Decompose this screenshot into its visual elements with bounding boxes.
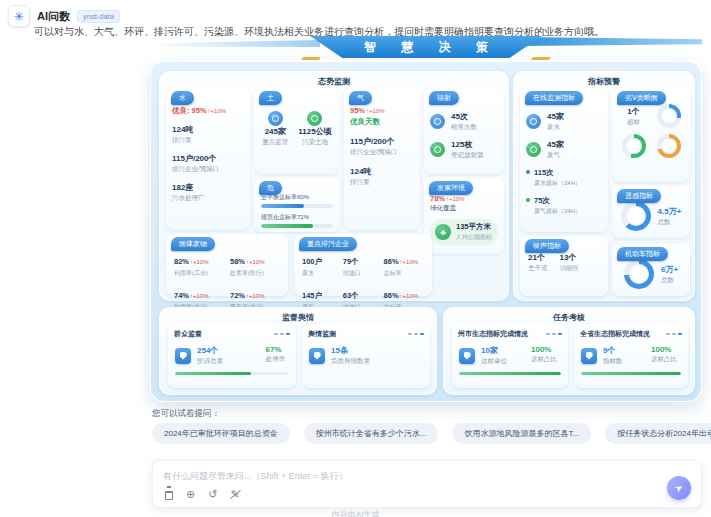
stat: 75次 废气超标（24H） [526, 196, 602, 216]
gauge-blue [657, 104, 681, 128]
card-city-indicators: 州市生态指标完成情况 10家 达标单位 100% 达标占比 [452, 324, 568, 388]
inspection-icon [430, 114, 445, 129]
history-icon[interactable]: ↺ [208, 489, 217, 500]
water-quality-value: 95% [192, 106, 207, 115]
park-area-chip: ♣ 135平方米 人均公园面积 [430, 219, 498, 245]
badge-noise: 噪声指标 [525, 239, 569, 253]
smart-decision-dashboard: 智 慧 决 策 态势监测 水 优良: 95%↑+10% 124吨 排污量 [150, 36, 710, 404]
wastewater-icon [526, 114, 541, 129]
badge-motor-vehicle: 机动车指标 [617, 247, 668, 261]
mini-card-title: 群众监督 [174, 329, 202, 339]
badge-env: 发展环境 [429, 181, 473, 195]
mini-card-controls [408, 333, 424, 335]
suggestion-chip[interactable]: 按任务状态分析2024年出动执... [605, 423, 711, 444]
clear-chat-icon[interactable] [165, 490, 173, 500]
water-quality-delta: ↑+10% [208, 108, 227, 114]
badge-online-monitoring: 在线监测指标 [525, 91, 583, 105]
green-coverage-label: 绿化覆盖 [430, 204, 498, 213]
panel-title: 监督舆情 [160, 312, 436, 323]
gauge-motor-vehicle [624, 259, 654, 289]
panel-title: 态势监测 [160, 76, 508, 87]
shield-icon [175, 348, 191, 364]
stat: 124吨 排污量 [350, 166, 414, 187]
stat: 125枚 登记放射源 [430, 139, 498, 160]
card-online-monitoring: 在线监测指标 45家 废水 45家 废气 [520, 88, 608, 232]
stat: 45家 废水 [526, 111, 602, 132]
gauge-remote-sensing [621, 201, 651, 231]
stat: 4.5万+ 总数 [658, 206, 682, 227]
card-inferior-v-sections: 劣Ⅴ类断面 1个 超标 [612, 88, 690, 182]
progress-bar [459, 372, 561, 375]
stat: 15条 负面舆情数量 [331, 345, 370, 366]
stat: 1个 超标 [627, 106, 640, 127]
mini-card-controls [274, 333, 290, 335]
mini-card-title: 舆情监测 [308, 329, 336, 339]
badge-air: 气 [349, 91, 372, 105]
banner-right-wing [522, 37, 702, 46]
panel-title: 指标预警 [514, 76, 694, 87]
card-soil: 土 245家 重点监管 1125公顷 污染土地 [254, 88, 340, 174]
hazard-bar: 规范化达标率72% [261, 213, 333, 228]
badge-soil: 土 [259, 91, 282, 105]
badge-radiation: 辐射 [429, 91, 459, 105]
green-coverage-line: 78%↑+10% [430, 194, 498, 203]
stat: 1125公顷 污染土地 [298, 108, 331, 147]
stat: 9个 指标数 [603, 345, 623, 366]
stat: 45次 检查次数 [430, 111, 498, 132]
message-input[interactable] [163, 467, 593, 485]
bot-title: AI问数 [37, 9, 70, 24]
air-quality-line: 95%↑+10% [350, 106, 414, 115]
stat: 6万+ 总数 [661, 264, 678, 285]
stat: 58%↑+10% 处置率(医疗) [230, 250, 280, 278]
pen-disabled-icon[interactable]: ✎ [230, 489, 239, 500]
progress-bar [175, 372, 289, 375]
panel-task-assessment: 任务考核 州市生态指标完成情况 10家 达标单位 [443, 307, 695, 395]
exhaust-icon [526, 142, 541, 157]
water-quality-prefix: 优良: [172, 106, 190, 115]
suggestions-label: 您可以试着提问： [152, 408, 220, 420]
air-quality-label: 优良天数 [350, 117, 414, 127]
stat: 21个 主干道 [528, 252, 548, 296]
stat: 100% 达标占比 [531, 345, 557, 366]
bot-tag-badge: ynst-data [77, 10, 120, 23]
banner-left-wing [150, 40, 320, 47]
stat: 115户/200个 排污企业/预接口 [172, 153, 244, 174]
chat-header: ✳ AI问数 ynst-data [8, 5, 120, 27]
suggestion-chip[interactable]: 2024年已审批环评项目的总资金 [152, 423, 290, 444]
suggestion-chip[interactable]: 饮用水源地风险源最多的区县T... [452, 423, 591, 444]
suggestion-chip[interactable]: 按州市统计全省有多少个污水... [304, 423, 439, 444]
badge-inferior-v: 劣Ⅴ类断面 [617, 91, 666, 105]
card-radiation: 辐射 45次 检查次数 125枚 登记放射源 [424, 88, 504, 174]
stat: 115户/200个 排污企业/预接口 [350, 136, 414, 157]
send-plane-icon: ➤ [672, 480, 685, 494]
target-icon [268, 111, 283, 126]
send-button[interactable]: ➤ [667, 476, 691, 500]
chat-page: ✳ AI问数 ynst-data 可以对与水、大气、环评、排污许可、污染源、环境… [0, 0, 711, 517]
card-motor-vehicle: 机动车指标 6万+ 总数 [612, 244, 690, 296]
stat: 13个 功能区 [560, 252, 580, 296]
sparkle-logo-icon: ✳ [14, 9, 25, 24]
card-water: 水 优良: 95%↑+10% 124吨 排污量 115户/200个 排污企业/预… [166, 88, 250, 230]
bullet-dot [526, 198, 530, 202]
card-remote-sensing: 遥感指标 4.5万+ 总数 [612, 186, 690, 238]
stat: 115次 废水超标（24H） [526, 168, 602, 188]
stat: 45家 废气 [526, 139, 602, 160]
message-input-card: ⊕ ↺ ✎ ➤ [152, 460, 702, 508]
dashboard-banner: 智 慧 决 策 [150, 36, 702, 62]
stat: 10家 达标单位 [481, 345, 507, 366]
card-key-polluters: 重点排污企业 100户 废水 79个 排放口 86%↑+10% 达标率 145 [294, 234, 432, 296]
shield-icon [581, 348, 597, 364]
dashboard-body: 态势监测 水 优良: 95%↑+10% 124吨 排污量 115户/200个 排… [150, 60, 702, 402]
tree-icon: ♣ [435, 224, 451, 240]
badge-hazard: 危 [259, 181, 282, 195]
badge-key-polluters: 重点排污企业 [299, 237, 357, 251]
ai-disclaimer: 内容由AI生成 [0, 509, 711, 517]
recycle-icon [307, 111, 322, 126]
attach-icon[interactable]: ⊕ [186, 489, 195, 500]
mini-card-title: 全省生态指标完成情况 [580, 329, 650, 339]
card-solid-waste: 固体废物 82%↑+10% 利用率(工业) 58%↑+10% 处置率(医疗) 7… [166, 234, 288, 296]
stat: 254个 投诉总量 [197, 345, 223, 366]
mini-card-controls [546, 333, 562, 335]
hazard-bar: 全平衡达标率60% [261, 193, 333, 208]
card-province-indicators: 全省生态指标完成情况 9个 指标数 100% 达标占比 [574, 324, 688, 388]
